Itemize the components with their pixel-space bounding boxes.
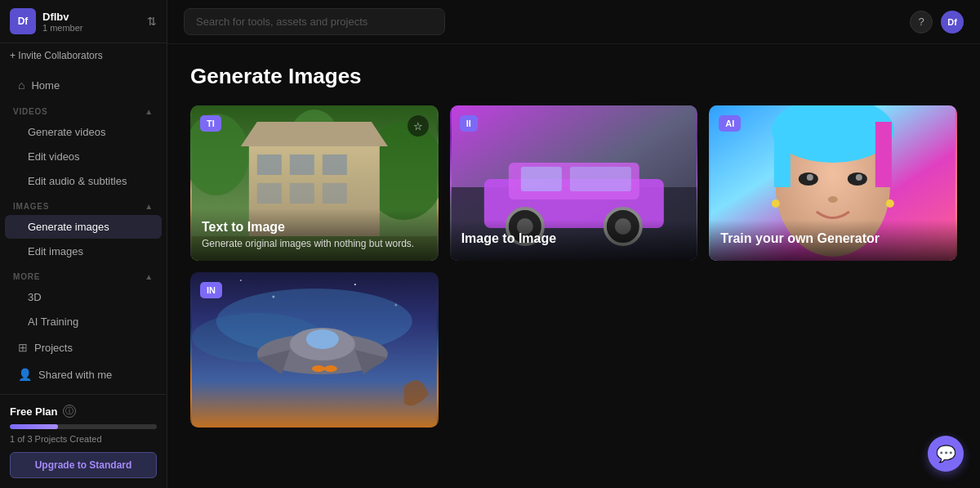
projects-count: 1 of 3 Projects Created — [10, 434, 157, 444]
svg-point-34 — [886, 199, 894, 208]
svg-point-39 — [354, 284, 356, 285]
sidebar-footer: Free Plan ⓘ 1 of 3 Projects Created Upgr… — [0, 394, 167, 488]
card-text-to-image-desc: Generate original images with nothing bu… — [202, 238, 427, 249]
generate-videos-label: Generate videos — [28, 126, 105, 138]
shared-icon: 👤 — [18, 368, 32, 381]
card-text-to-image-overlay: Text to Image Generate original images w… — [190, 208, 439, 261]
projects-icon: ⊞ — [18, 341, 28, 354]
sidebar-item-3d[interactable]: 3D — [5, 285, 162, 309]
sidebar-item-edit-videos[interactable]: Edit videos — [5, 145, 162, 168]
svg-rect-17 — [520, 167, 561, 191]
sidebar-item-edit-audio[interactable]: Edit audio & subtitles — [5, 169, 162, 193]
card-text-to-image[interactable]: TI ☆ Text to Image Generate original ima… — [190, 105, 439, 261]
free-plan-label: Free Plan — [10, 405, 58, 418]
card-inpainting-badge: IN — [200, 282, 222, 298]
sidebar-item-generate-videos[interactable]: Generate videos — [5, 120, 162, 144]
more-section-label: MORE ▲ — [0, 264, 167, 284]
images-chevron-icon: ▲ — [145, 202, 154, 211]
card-text-to-image-title: Text to Image — [202, 220, 427, 235]
sidebar-item-projects[interactable]: ⊞ Projects — [5, 334, 162, 360]
projects-progress-bar-fill — [10, 424, 58, 429]
workspace-info: DfIbv 1 member — [42, 11, 140, 33]
upgrade-button[interactable]: Upgrade to Standard — [10, 452, 157, 478]
sidebar-nav: ⌂ Home VIDEOS ▲ Generate videos Edit vid… — [0, 68, 167, 394]
svg-point-45 — [306, 329, 339, 349]
invite-collaborators-button[interactable]: + Invite Collaborators — [0, 43, 167, 68]
svg-point-31 — [856, 174, 862, 181]
svg-marker-11 — [241, 122, 388, 146]
shared-label: Shared with me — [38, 369, 112, 381]
free-plan-info-icon[interactable]: ⓘ — [63, 405, 76, 418]
page-title: Generate Images — [190, 64, 957, 89]
images-section-label: IMAGES ▲ — [0, 194, 167, 214]
svg-rect-26 — [774, 122, 791, 187]
svg-rect-10 — [323, 183, 347, 204]
card-image-to-image-badge: II — [460, 115, 478, 132]
svg-point-33 — [772, 199, 780, 208]
workspace-avatar: Df — [10, 8, 36, 34]
projects-label: Projects — [34, 342, 73, 354]
svg-point-32 — [828, 196, 838, 203]
card-image-to-image-overlay: Image to Image — [450, 220, 698, 261]
card-train-generator-title: Train your own Generator — [720, 231, 946, 246]
card-inpainting-image — [190, 272, 439, 428]
svg-point-30 — [807, 174, 813, 181]
edit-audio-label: Edit audio & subtitles — [28, 175, 127, 187]
svg-rect-6 — [290, 154, 314, 175]
svg-point-49 — [324, 365, 337, 372]
topbar: ? Df — [167, 0, 980, 44]
user-avatar[interactable]: Df — [941, 11, 964, 34]
sidebar-item-ai-training[interactable]: AI Training — [5, 310, 162, 334]
workspace-header[interactable]: Df DfIbv 1 member ⇅ — [0, 0, 167, 43]
free-plan-header: Free Plan ⓘ — [10, 405, 157, 418]
home-label: Home — [31, 79, 60, 92]
main-content: ? Df Generate Images — [167, 0, 980, 488]
workspace-chevron-icon: ⇅ — [147, 15, 157, 28]
generate-images-label: Generate images — [28, 221, 109, 233]
card-image-to-image[interactable]: II Image to Image — [450, 105, 698, 261]
3d-label: 3D — [28, 291, 42, 303]
sidebar-item-generate-images[interactable]: Generate images — [5, 215, 162, 239]
sidebar-item-edit-images[interactable]: Edit images — [5, 240, 162, 263]
edit-images-label: Edit images — [28, 245, 83, 257]
cards-grid: TI ☆ Text to Image Generate original ima… — [190, 105, 957, 428]
workspace-name: DfIbv — [42, 11, 140, 23]
home-icon: ⌂ — [18, 78, 24, 92]
member-count: 1 member — [42, 23, 140, 33]
search-input[interactable] — [184, 8, 445, 35]
spaceship-svg — [190, 272, 439, 428]
svg-rect-18 — [569, 167, 630, 191]
svg-rect-7 — [323, 154, 347, 175]
ai-training-label: AI Training — [28, 316, 78, 328]
sidebar: Df DfIbv 1 member ⇅ + Invite Collaborato… — [0, 0, 167, 488]
svg-rect-27 — [875, 122, 892, 187]
more-chevron-icon: ▲ — [145, 272, 154, 281]
card-train-generator[interactable]: AI Train your own Generator — [709, 105, 957, 261]
sidebar-item-home[interactable]: ⌂ Home — [5, 72, 162, 98]
chat-bubble-button[interactable]: 💬 — [928, 436, 964, 472]
page-content: Generate Images — [167, 44, 980, 488]
search-box — [184, 8, 445, 35]
svg-rect-5 — [257, 154, 282, 175]
sidebar-item-assets[interactable]: 📁 Assets — [5, 388, 162, 394]
card-image-to-image-title: Image to Image — [461, 231, 687, 246]
svg-rect-9 — [290, 183, 314, 204]
projects-progress-bar-bg — [10, 424, 157, 429]
card-text-to-image-badge: TI — [200, 115, 221, 132]
card-train-generator-badge: AI — [719, 115, 741, 132]
videos-section-label: VIDEOS ▲ — [0, 99, 167, 119]
card-inpainting[interactable]: IN — [190, 272, 439, 428]
svg-point-37 — [240, 280, 242, 281]
svg-rect-8 — [257, 183, 282, 204]
sidebar-item-shared[interactable]: 👤 Shared with me — [5, 361, 162, 387]
videos-chevron-icon: ▲ — [145, 107, 154, 116]
svg-point-48 — [312, 365, 325, 372]
topbar-right: ? Df — [910, 11, 964, 34]
edit-videos-label: Edit videos — [28, 150, 80, 163]
card-train-generator-overlay: Train your own Generator — [709, 220, 957, 261]
help-button[interactable]: ? — [910, 11, 933, 34]
card-text-to-image-star[interactable]: ☆ — [408, 115, 429, 137]
